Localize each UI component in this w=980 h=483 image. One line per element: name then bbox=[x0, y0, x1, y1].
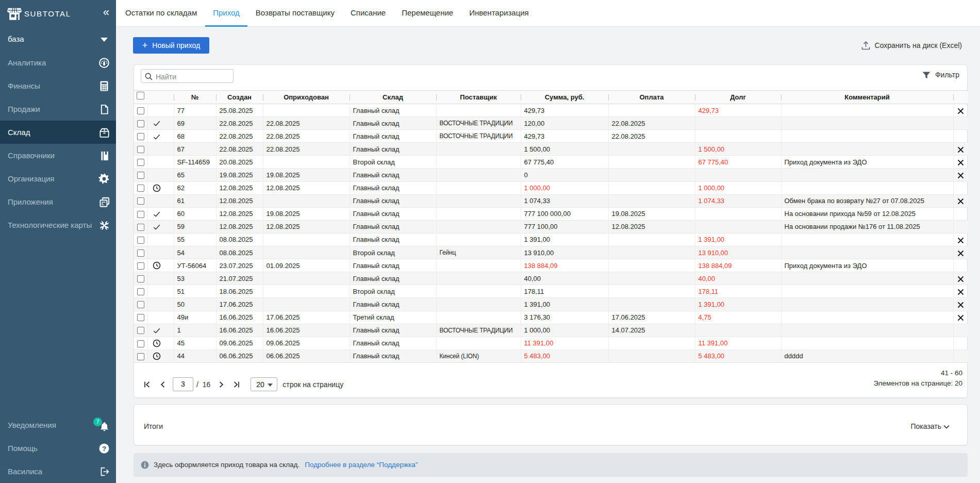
svg-text:?: ? bbox=[102, 445, 106, 453]
